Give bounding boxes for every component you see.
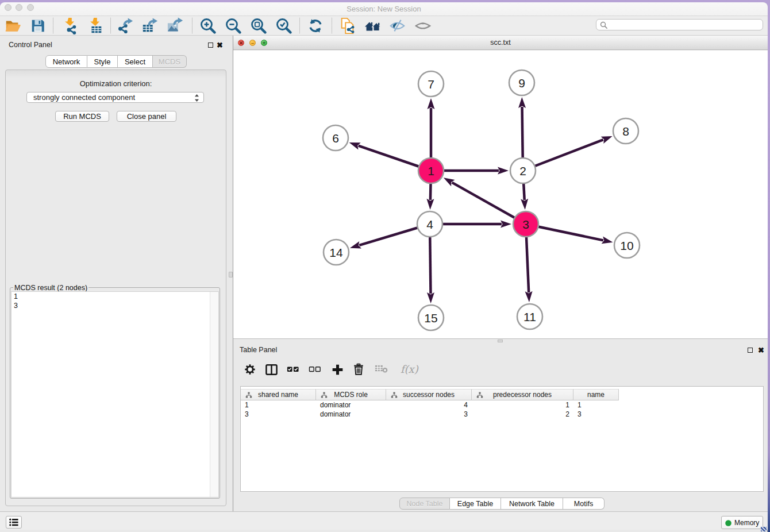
table-tab-network-table[interactable]: Network Table — [501, 498, 563, 510]
table-cell[interactable]: 1 — [472, 400, 573, 410]
control-panel-tab-select[interactable]: Select — [118, 55, 153, 68]
export-image-icon[interactable] — [167, 17, 184, 34]
import-network-icon[interactable] — [61, 17, 79, 34]
graph-node-label-1: 1 — [428, 164, 434, 178]
table-cell[interactable]: 4 — [386, 400, 472, 410]
column-header-name[interactable]: name — [573, 389, 619, 400]
zoom-selected-icon[interactable] — [275, 17, 292, 34]
mcds-tab-panel: Optimization criterion: strongly connect… — [5, 70, 226, 506]
table-row[interactable]: 3dominator323 — [241, 410, 619, 419]
table-cell[interactable]: 1 — [241, 400, 316, 410]
add-row-icon[interactable] — [331, 363, 344, 378]
run-mcds-label: Run MCDS — [63, 112, 101, 121]
table-cell[interactable]: 3 — [241, 410, 316, 419]
run-mcds-button[interactable]: Run MCDS — [55, 111, 109, 122]
table-tab-motifs[interactable]: Motifs — [563, 498, 605, 510]
select-all-icon[interactable] — [287, 363, 299, 377]
graph-node-label-9: 9 — [518, 76, 525, 90]
control-panel-tab-mcds[interactable]: MCDS — [153, 55, 187, 68]
mcds-result-textarea[interactable]: 13 — [11, 291, 219, 498]
edge-arrow-1-2 — [498, 167, 509, 175]
edge-arrow-1-7 — [428, 98, 435, 109]
zoom-in-icon[interactable] — [199, 17, 217, 34]
column-header-predecessor-nodes[interactable]: predecessor nodes — [472, 389, 573, 400]
export-table-icon[interactable] — [141, 17, 159, 34]
control-panel-tab-network[interactable]: Network — [45, 55, 87, 68]
network-canvas[interactable]: 7968124314101511 — [233, 51, 768, 338]
function-builder-icon[interactable]: f(x) — [399, 363, 421, 378]
graph-node-label-4: 4 — [426, 218, 433, 231]
svg-text:f(x): f(x) — [401, 363, 419, 375]
control-panel-title: Control Panel — [9, 41, 52, 49]
export-network-icon[interactable] — [117, 17, 134, 34]
zoom-fit-icon[interactable] — [250, 17, 267, 34]
horizontal-splitter[interactable] — [233, 338, 768, 343]
table-panel-title: Table Panel — [240, 346, 277, 354]
memory-button[interactable]: Memory — [721, 516, 763, 529]
combobox-chevrons-icon — [194, 93, 199, 105]
hide-graphics-details-icon[interactable] — [389, 17, 406, 34]
toolbar-separator — [332, 18, 332, 33]
search-input[interactable] — [596, 19, 763, 30]
save-session-icon[interactable] — [29, 17, 47, 34]
panel-list-icon — [9, 518, 18, 526]
table-cell[interactable]: dominator — [316, 410, 386, 419]
table-row[interactable]: 1dominator411 — [241, 400, 619, 410]
zoom-out-icon[interactable] — [225, 17, 242, 34]
network-workspace: ✕ – + scc.txt 7968124314101511 Table Pan… — [233, 36, 768, 511]
mcds-result-line: 1 — [11, 292, 218, 301]
toolbar-separator — [53, 18, 53, 33]
network-file-icon[interactable] — [339, 17, 356, 34]
toolbar-separator — [299, 18, 300, 33]
delete-table-icon[interactable] — [375, 363, 388, 376]
horizontal-splitter-handle[interactable] — [498, 340, 503, 342]
mcds-result-line: 3 — [11, 301, 218, 310]
split-view-icon[interactable] — [265, 363, 278, 378]
result-scrollbar[interactable] — [210, 292, 218, 497]
table-cell[interactable]: 3 — [386, 410, 472, 419]
welcome-home-icon[interactable] — [364, 17, 382, 34]
column-header-successor-nodes[interactable]: successor nodes — [386, 389, 472, 400]
gear-icon[interactable] — [244, 363, 256, 377]
control-panel-tab-style[interactable]: Style — [87, 55, 118, 68]
table-panel-float-button[interactable] — [748, 348, 753, 353]
unselect-all-icon[interactable] — [309, 363, 321, 377]
control-panel: Control Panel ✖ NetworkStyleSelectMCDS O… — [0, 36, 231, 511]
memory-status-icon — [725, 520, 732, 526]
resize-grip[interactable] — [761, 527, 767, 531]
delete-row-icon[interactable] — [352, 363, 365, 377]
column-header-label: predecessor nodes — [493, 391, 552, 399]
table-tab-edge-table[interactable]: Edge Table — [450, 498, 501, 510]
refresh-icon[interactable] — [307, 17, 324, 34]
open-session-icon[interactable] — [4, 17, 21, 34]
main-toolbar — [0, 16, 768, 36]
column-header-label: successor nodes — [403, 391, 455, 399]
table-panel-close-button[interactable]: ✖ — [758, 347, 764, 353]
optimization-criterion-value: strongly connected component — [33, 93, 135, 102]
close-panel-label: Close panel — [127, 112, 167, 121]
graph-node-label-14: 14 — [329, 246, 343, 259]
column-header-MCDS-role[interactable]: MCDS role — [316, 389, 386, 400]
control-panel-float-button[interactable] — [208, 43, 213, 48]
table-header: shared name MCDS role successor nodes pr… — [241, 389, 619, 400]
network-frame-titlebar: ✕ – + scc.txt — [233, 36, 768, 50]
table-cell[interactable]: dominator — [316, 400, 386, 410]
table-cell[interactable]: 1 — [573, 400, 619, 410]
toolbar-separator — [110, 18, 111, 33]
show-graphics-details-icon[interactable] — [414, 17, 432, 34]
import-table-icon[interactable] — [87, 17, 104, 34]
table-tab-node-table[interactable]: Node Table — [399, 498, 450, 510]
table-cell[interactable]: 3 — [573, 410, 619, 419]
edge-arrow-2-3 — [521, 199, 528, 210]
control-panel-close-button[interactable]: ✖ — [217, 42, 223, 48]
graph-node-label-8: 8 — [622, 125, 629, 138]
column-header-shared-name[interactable]: shared name — [241, 389, 316, 400]
table-cell[interactable]: 2 — [472, 410, 573, 419]
node-table: shared name MCDS role successor nodes pr… — [240, 386, 764, 492]
toolbar-separator — [192, 18, 192, 33]
vertical-splitter-handle[interactable] — [229, 272, 233, 277]
optimization-criterion-select[interactable]: strongly connected component — [26, 92, 204, 103]
close-panel-button[interactable]: Close panel — [117, 111, 176, 122]
show-panels-button[interactable] — [6, 516, 22, 529]
edge-arrow-4-15 — [427, 292, 434, 303]
